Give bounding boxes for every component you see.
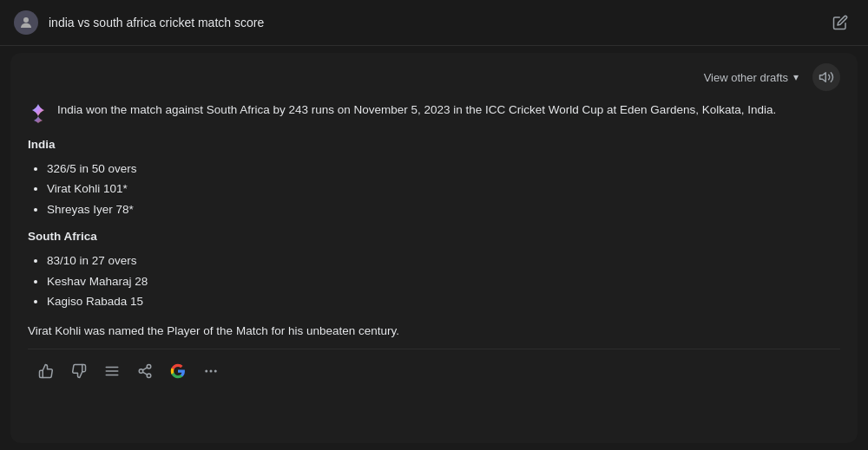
share-button[interactable] <box>130 356 160 386</box>
list-item: 83/10 in 27 overs <box>47 251 840 271</box>
thumbs-down-button[interactable] <box>64 356 94 386</box>
list-item: Virat Kohli 101* <box>47 179 840 199</box>
svg-point-10 <box>205 370 207 373</box>
gemini-icon <box>28 102 49 123</box>
svg-line-9 <box>142 368 147 370</box>
response-card: View other drafts ▾ <box>10 53 858 443</box>
svg-point-0 <box>23 17 29 23</box>
view-other-drafts-label: View other drafts <box>704 71 788 84</box>
svg-point-12 <box>214 370 217 373</box>
list-item: Keshav Maharaj 28 <box>47 272 840 291</box>
svg-line-8 <box>142 372 147 375</box>
reorder-button[interactable] <box>97 356 127 386</box>
chevron-down-icon: ▾ <box>793 71 799 83</box>
svg-marker-1 <box>820 73 826 82</box>
thumbs-up-button[interactable] <box>31 356 61 386</box>
list-item: 326/5 in 50 overs <box>47 160 840 179</box>
more-options-button[interactable] <box>196 356 226 386</box>
list-item: Shreyas Iyer 78* <box>47 200 840 219</box>
south-africa-heading: South Africa <box>28 227 840 246</box>
response-body: India 326/5 in 50 overs Virat Kohli 101*… <box>28 135 840 340</box>
search-query: india vs south africa cricket match scor… <box>49 16 826 29</box>
header: india vs south africa cricket match scor… <box>0 0 868 46</box>
svg-point-11 <box>210 370 213 373</box>
read-aloud-button[interactable] <box>812 63 840 91</box>
view-other-drafts-button[interactable]: View other drafts ▾ <box>697 68 806 88</box>
google-search-button[interactable] <box>163 356 193 386</box>
top-actions-bar: View other drafts ▾ <box>28 63 840 91</box>
response-summary-row: India won the match against South Africa… <box>28 101 840 123</box>
player-of-match-text: Virat Kohli was named the Player of the … <box>28 322 840 341</box>
south-africa-stats-list: 83/10 in 27 overs Keshav Maharaj 28 Kagi… <box>28 251 840 311</box>
india-stats-list: 326/5 in 50 overs Virat Kohli 101* Shrey… <box>28 160 840 219</box>
edit-button[interactable] <box>826 9 854 36</box>
footer-actions-bar <box>28 349 840 389</box>
response-summary-text: India won the match against South Africa… <box>57 101 776 119</box>
india-heading: India <box>28 135 840 154</box>
list-item: Kagiso Rabada 15 <box>47 292 840 311</box>
avatar <box>14 10 38 35</box>
